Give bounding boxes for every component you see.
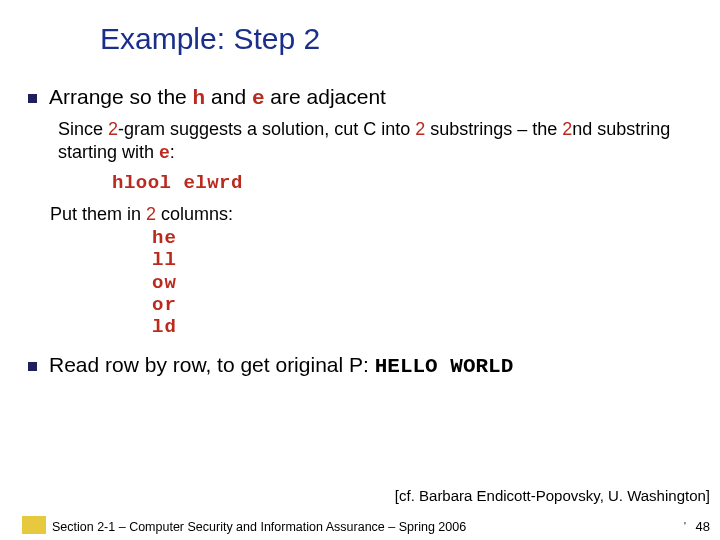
grid-row: or (152, 294, 702, 316)
footer-tick: ' (684, 521, 686, 532)
bullet-1-text: Arrange so the h and e are adjacent (49, 85, 386, 110)
grid-row: he (152, 227, 702, 249)
subtext-1: Since 2-gram suggests a solution, cut C … (58, 118, 702, 166)
grid-row: ld (152, 316, 702, 338)
code-substrings: hlool elwrd (112, 172, 702, 194)
subtext-2: Put them in 2 columns: (50, 204, 702, 225)
bullet-square-icon (28, 94, 37, 103)
slide-number: 48 (696, 519, 710, 534)
bullet-2: Read row by row, to get original P: HELL… (28, 353, 702, 378)
bullet-square-icon (28, 362, 37, 371)
footer-text: Section 2-1 – Computer Security and Info… (52, 520, 466, 534)
grid-row: ll (152, 249, 702, 271)
citation: [cf. Barbara Endicott-Popovsky, U. Washi… (395, 487, 710, 504)
slide-title: Example: Step 2 (100, 22, 320, 56)
footer-accent-bar (22, 516, 46, 534)
bullet-2-text: Read row by row, to get original P: HELL… (49, 353, 513, 378)
grid-row: ow (152, 272, 702, 294)
column-grid: he ll ow or ld (152, 227, 702, 339)
slide-content: Arrange so the h and e are adjacent Sinc… (28, 85, 702, 384)
bullet-1: Arrange so the h and e are adjacent (28, 85, 702, 110)
